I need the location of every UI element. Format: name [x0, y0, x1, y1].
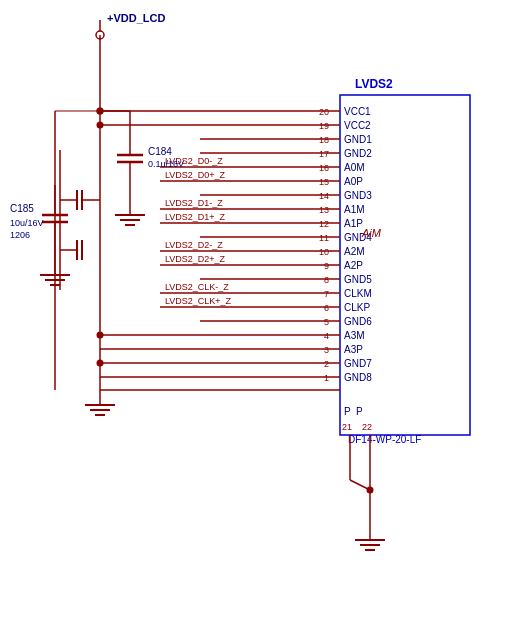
pin-num-3: 3 — [324, 345, 329, 355]
pin-num-22: 22 — [362, 422, 372, 432]
pin-num-14: 14 — [319, 191, 329, 201]
pin-num-7: 7 — [324, 289, 329, 299]
pin-num-8: 8 — [324, 275, 329, 285]
pin-num-11: 11 — [319, 233, 329, 243]
c185-name: C185 — [10, 203, 34, 214]
pin-num-10: 10 — [319, 247, 329, 257]
vdd-label: +VDD_LCD — [107, 12, 165, 24]
netlabel-d1p: LVDS2_D1+_Z — [165, 212, 226, 222]
pin-num-21: 21 — [342, 422, 352, 432]
pin-label-a2p: A2P — [344, 260, 363, 271]
junction-pin2 — [97, 360, 104, 367]
pin-label-clkp: CLKP — [344, 302, 370, 313]
pin-label-gnd6: GND6 — [344, 316, 372, 327]
pin-label-a0m: A0M — [344, 162, 365, 173]
schematic-canvas: LVDS2 DF14-WP-20-LF VCC1 VCC2 GND1 GND2 … — [0, 0, 514, 631]
pin-label-a0p: A0P — [344, 176, 363, 187]
junction-pin19 — [97, 122, 104, 129]
component-name: LVDS2 — [355, 77, 393, 91]
netlabel-clkp: LVDS2_CLK+_Z — [165, 296, 232, 306]
pin-label-a3m: A3M — [344, 330, 365, 341]
pin-label-a3p: A3P — [344, 344, 363, 355]
pin-label-gnd5: GND5 — [344, 274, 372, 285]
pin-num-20: 20 — [319, 107, 329, 117]
c185-package: 1206 — [10, 230, 30, 240]
pin-label-vcc2: VCC2 — [344, 120, 371, 131]
pin-label-p1: P — [344, 406, 351, 417]
pin-num-9: 9 — [324, 261, 329, 271]
c185-value: 10u/16V — [10, 218, 44, 228]
netlabel-d2p: LVDS2_D2+_Z — [165, 254, 226, 264]
pin-num-18: 18 — [319, 135, 329, 145]
pin-num-15: 15 — [319, 177, 329, 187]
pin-label-gnd1: GND1 — [344, 134, 372, 145]
c184-value: 0.1u/16V — [148, 159, 184, 169]
c184-name: C184 — [148, 146, 172, 157]
netlabel-d2m: LVDS2_D2-_Z — [165, 240, 223, 250]
pin-num-12: 12 — [319, 219, 329, 229]
pin-label-gnd7: GND7 — [344, 358, 372, 369]
pin-label-vcc1: VCC1 — [344, 106, 371, 117]
part-number: DF14-WP-20-LF — [348, 434, 421, 445]
pin-num-1: 1 — [324, 373, 329, 383]
pin-label-gnd3: GND3 — [344, 190, 372, 201]
pin-label-gnd8: GND8 — [344, 372, 372, 383]
pin-num-5: 5 — [324, 317, 329, 327]
netlabel-clkm: LVDS2_CLK-_Z — [165, 282, 229, 292]
junction-c184-top — [97, 108, 104, 115]
pin-label-a1p: A1P — [344, 218, 363, 229]
pin-num-4: 4 — [324, 331, 329, 341]
netlabel-d0p: LVDS2_D0+_Z — [165, 170, 226, 180]
junction-pin4 — [97, 332, 104, 339]
pin-num-2: 2 — [324, 359, 329, 369]
bottom-pins-merge — [350, 480, 370, 490]
aim-label: AiM — [361, 227, 382, 239]
pin-label-a1m: A1M — [344, 204, 365, 215]
pin-label-clkm: CLKM — [344, 288, 372, 299]
pin-label-a2m: A2M — [344, 246, 365, 257]
pin-label-gnd2: GND2 — [344, 148, 372, 159]
pin-num-19: 19 — [319, 121, 329, 131]
pin-num-13: 13 — [319, 205, 329, 215]
netlabel-d1m: LVDS2_D1-_Z — [165, 198, 223, 208]
pin-num-6: 6 — [324, 303, 329, 313]
pin-label-p2: P — [356, 406, 363, 417]
pin-num-17: 17 — [319, 149, 329, 159]
pin-num-16: 16 — [319, 163, 329, 173]
